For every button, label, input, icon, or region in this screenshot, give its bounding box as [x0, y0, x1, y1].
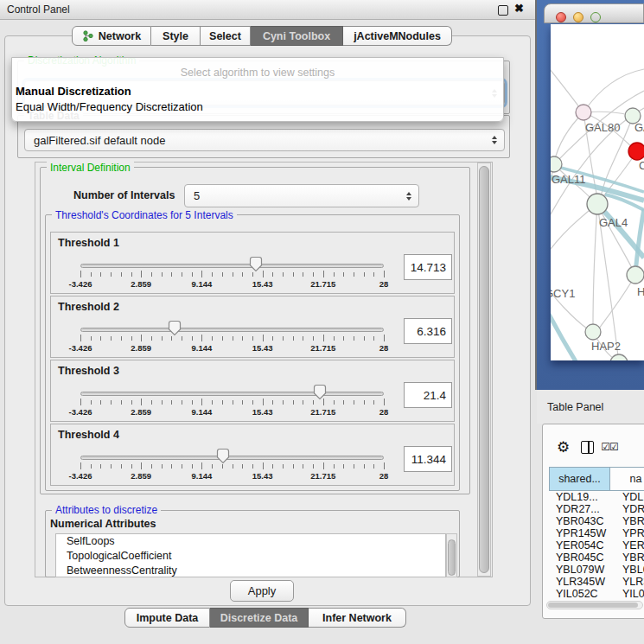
network-canvas[interactable]: GAL80GACGAL11GAL4GCY1HHAP2: [551, 24, 644, 360]
slider-tick: [373, 272, 374, 277]
threshold-slider-thumb[interactable]: [168, 320, 182, 336]
table-hscrollbar-thumb[interactable]: [548, 603, 638, 608]
slider-tick: [121, 464, 122, 469]
slider-tick: [272, 400, 273, 405]
slider-tick-label: 21.715: [310, 407, 335, 417]
table-row[interactable]: YPR145WYPR1: [549, 527, 644, 539]
network-node[interactable]: [627, 266, 644, 284]
table-cell: YPR145W: [549, 527, 617, 539]
tab-infer-network[interactable]: Infer Network: [309, 608, 406, 628]
threshold-value-field[interactable]: 21.4: [404, 382, 452, 408]
top-tab-bar: NetworkStyleSelectCyni ToolboxjActiveMNo…: [72, 26, 452, 46]
slider-tick: [364, 272, 365, 277]
network-node[interactable]: [610, 354, 628, 360]
attributes-list-scrollbar-thumb[interactable]: [448, 539, 456, 576]
threshold-slider-thumb[interactable]: [313, 384, 327, 400]
table-row[interactable]: YIL052CYIL0: [549, 588, 644, 600]
tab-impute-data[interactable]: Impute Data: [124, 608, 210, 628]
network-node-label: GAL11: [552, 173, 586, 186]
tab-style[interactable]: Style: [151, 26, 201, 46]
dropdown-prompt: Select algorithm to view settings: [12, 67, 503, 79]
tab-label: Impute Data: [137, 612, 199, 624]
network-node[interactable]: [576, 105, 591, 120]
minimize-traffic-light[interactable]: [573, 12, 583, 22]
slider-tick: [272, 336, 273, 341]
table-body: YDL19...YDL1YDR27...YDR2YBR043CYBR0YPR14…: [549, 491, 644, 600]
menu-item-equal-width-frequency[interactable]: Equal Width/Frequency Discretization: [16, 100, 203, 113]
attribute-list-item[interactable]: TopologicalCoefficient: [56, 549, 445, 564]
table-cell: YER0: [617, 539, 644, 552]
threshold-slider-track[interactable]: [80, 392, 384, 396]
network-node[interactable]: [585, 324, 601, 340]
table-row[interactable]: YBR043CYBR0: [549, 515, 644, 527]
column-header[interactable]: na: [610, 467, 644, 491]
network-window-titlebar[interactable]: [544, 3, 644, 23]
slider-tick: [293, 464, 294, 469]
threshold-slider-track[interactable]: [80, 264, 384, 268]
settings-scrollbar[interactable]: [477, 163, 491, 577]
slider-tick: [364, 464, 365, 469]
table-horizontal-scrollbar[interactable]: [546, 601, 643, 609]
close-icon[interactable]: ✖: [514, 2, 524, 15]
numerical-attributes-list[interactable]: SelfLoopsTopologicalCoefficientBetweenne…: [55, 533, 446, 577]
threshold-value-field[interactable]: 11.344: [404, 446, 452, 472]
threshold-slider-thumb[interactable]: [249, 256, 263, 272]
slider-tick: [373, 336, 374, 341]
table-cell: YER054C: [549, 539, 617, 552]
threshold-label: Threshold 2: [58, 301, 119, 313]
attributes-list-scrollbar[interactable]: [446, 533, 457, 577]
network-node[interactable]: [551, 156, 562, 172]
table-row[interactable]: YBL079WYBL0: [549, 564, 644, 576]
bottom-tab-bar: Impute DataDiscretize DataInfer Network: [124, 608, 406, 628]
slider-tick-label: 15.43: [252, 471, 273, 481]
attribute-list-item[interactable]: SelfLoops: [56, 534, 445, 549]
tab-jactivemnodules[interactable]: jActiveMNodules: [343, 26, 452, 46]
close-traffic-light[interactable]: [556, 12, 566, 22]
threshold-value-field[interactable]: 6.316: [404, 318, 452, 344]
slider-tick: [334, 400, 335, 405]
slider-tick: [293, 400, 294, 405]
threshold-value-field[interactable]: 14.713: [404, 254, 452, 280]
settings-scrollbar-thumb[interactable]: [479, 166, 489, 573]
zoom-traffic-light[interactable]: [590, 12, 601, 22]
threshold-slider-thumb[interactable]: [216, 448, 230, 464]
threshold-row: Threshold 3-3.4262.8599.14415.4321.71528…: [50, 360, 455, 422]
slider-tick: [141, 271, 142, 277]
slider-tick: [313, 336, 314, 341]
apply-button[interactable]: Apply: [230, 580, 294, 602]
tab-discretize-data[interactable]: Discretize Data: [210, 608, 309, 628]
table-row[interactable]: YDL19...YDL1: [549, 491, 644, 503]
network-node[interactable]: [628, 143, 644, 160]
table-cell: YIL052C: [549, 588, 617, 600]
table-row[interactable]: YDR27...YDR2: [549, 503, 644, 515]
table-row[interactable]: YLR345WYLR3: [549, 576, 644, 588]
slider-tick: [334, 336, 335, 341]
tab-network[interactable]: Network: [72, 26, 151, 46]
network-node[interactable]: [587, 194, 608, 214]
tab-select[interactable]: Select: [201, 26, 251, 46]
table-row[interactable]: YER054CYER0: [549, 539, 644, 552]
slider-tick: [364, 400, 365, 405]
checkbox-icon[interactable]: ☑☑: [601, 441, 618, 453]
threshold-slider-track[interactable]: [80, 328, 384, 332]
table-row[interactable]: YBR045CYBR0: [549, 552, 644, 564]
network-node-label: HAP2: [591, 340, 621, 353]
slider-tick: [242, 464, 243, 469]
threshold-coordinates-title: Threshold's Coordinates for 5 Intervals: [52, 209, 237, 221]
table-cell: YDR2: [617, 503, 644, 515]
tab-cyni-toolbox[interactable]: Cyni Toolbox: [251, 26, 343, 46]
menu-item-manual-discretization[interactable]: Manual Discretization: [16, 85, 131, 98]
number-of-intervals-combobox[interactable]: 5: [184, 184, 419, 207]
network-edge: [593, 204, 597, 325]
attribute-list-item[interactable]: BetweennessCentrality: [56, 564, 445, 577]
float-panel-icon[interactable]: [498, 5, 508, 16]
slider-tick: [303, 400, 303, 405]
slider-tick: [263, 399, 264, 405]
interval-definition-title: Interval Definition: [47, 162, 134, 174]
gear-icon[interactable]: ⚙: [557, 438, 570, 456]
table-data-combobox[interactable]: galFiltered.sif default node: [24, 129, 505, 151]
column-header[interactable]: shared...: [549, 467, 610, 491]
threshold-slider-track[interactable]: [80, 456, 384, 460]
split-column-icon[interactable]: [581, 441, 594, 454]
table-cell: YDR27...: [549, 503, 617, 515]
